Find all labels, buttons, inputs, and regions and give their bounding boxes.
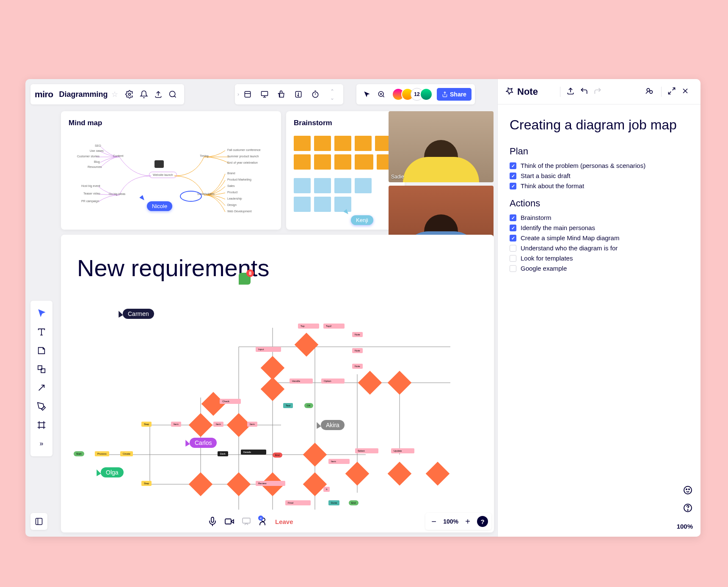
pen-tool[interactable] <box>33 398 50 415</box>
process-node[interactable]: End <box>349 500 358 505</box>
zoom-out-button[interactable]: − <box>429 516 439 527</box>
panel-toggle-icon[interactable] <box>30 513 47 530</box>
search-icon[interactable] <box>166 88 179 101</box>
sticky-note[interactable] <box>314 136 331 151</box>
checkbox-icon[interactable] <box>510 225 516 231</box>
process-node[interactable]: Process <box>95 451 109 456</box>
chat-icon[interactable] <box>683 485 693 495</box>
redo-icon[interactable] <box>593 87 604 97</box>
end-node[interactable]: End <box>273 453 282 458</box>
embed-icon[interactable] <box>292 88 305 101</box>
frame-tool[interactable] <box>33 417 50 433</box>
process-node[interactable]: Dark <box>218 451 228 456</box>
share-button[interactable]: Share <box>437 88 472 101</box>
sticky-note[interactable] <box>314 154 331 170</box>
checkbox-icon[interactable] <box>510 235 516 241</box>
process-node[interactable]: Update <box>391 448 414 453</box>
checklist-item[interactable]: Think of the problem (personas & scenari… <box>510 162 689 169</box>
sticky-note[interactable] <box>294 154 311 170</box>
help-icon[interactable] <box>683 503 693 513</box>
shape-tool[interactable] <box>33 361 50 378</box>
checklist-item[interactable]: Understand who the diagram is for <box>510 244 689 252</box>
bell-icon[interactable] <box>138 88 150 101</box>
process-node[interactable]: Item <box>213 422 223 427</box>
text-tool[interactable] <box>33 324 50 340</box>
process-node[interactable]: Step <box>141 422 152 427</box>
process-node[interactable]: Top2 <box>323 324 345 329</box>
sticky-note[interactable] <box>334 136 351 151</box>
sticky-note[interactable] <box>294 178 311 193</box>
checklist-item[interactable]: Look for templates <box>510 255 689 262</box>
checkbox-icon[interactable] <box>510 173 516 179</box>
sticky-note[interactable] <box>334 178 351 193</box>
process-node[interactable]: Item <box>247 422 257 427</box>
panel-zoom-value[interactable]: 100% <box>677 523 693 530</box>
comment-badge[interactable]: 8 <box>239 273 251 285</box>
undo-icon[interactable] <box>580 87 590 97</box>
expand-icon[interactable] <box>667 87 678 97</box>
process-node[interactable]: Note <box>352 364 363 369</box>
cursor-tool[interactable] <box>33 305 50 322</box>
pin-icon[interactable] <box>505 87 516 97</box>
board-name[interactable]: Diagramming <box>59 90 108 99</box>
checkbox-icon[interactable] <box>510 265 516 272</box>
card-brainstorm[interactable]: Brainstorm Kenji <box>286 111 405 230</box>
zoom-value[interactable]: 100% <box>443 518 458 525</box>
process-node[interactable]: Done <box>328 500 339 505</box>
close-icon[interactable] <box>681 87 691 97</box>
sticky-note[interactable] <box>314 197 331 212</box>
more-icon[interactable]: ⌃⌃ <box>326 88 339 101</box>
process-node[interactable]: Final <box>285 500 311 505</box>
process-node[interactable]: Top <box>298 324 319 329</box>
notes-body[interactable]: Creating a diagram job map Plan Think of… <box>498 104 700 287</box>
process-node[interactable]: Step <box>141 481 152 486</box>
process-node[interactable]: Teal <box>283 403 293 408</box>
checkbox-icon[interactable] <box>510 183 516 189</box>
screenshare-icon[interactable] <box>241 516 251 527</box>
process-node[interactable]: It <box>323 487 330 492</box>
note-doc-title[interactable]: Creating a diagram job map <box>510 116 689 133</box>
more-tools[interactable]: » <box>33 435 50 452</box>
checklist-item[interactable]: Think about the format <box>510 182 689 189</box>
process-node[interactable]: Create <box>120 451 133 456</box>
sticky-note[interactable] <box>294 136 311 151</box>
zoom-in-button[interactable]: + <box>463 516 473 527</box>
sticky-tool[interactable] <box>33 342 50 359</box>
checkbox-icon[interactable] <box>510 162 516 169</box>
help-button[interactable]: ? <box>477 516 488 527</box>
sticky-note[interactable] <box>294 197 311 212</box>
star-icon[interactable]: ☆ <box>111 90 118 99</box>
process-node[interactable]: Review <box>256 481 285 486</box>
checkbox-icon[interactable] <box>510 214 516 221</box>
leave-button[interactable]: Leave <box>275 518 293 525</box>
process-node[interactable]: OK <box>304 403 313 408</box>
process-node[interactable]: Note <box>352 332 363 337</box>
zoom-to-fit-icon[interactable] <box>375 88 388 101</box>
sticky-note[interactable] <box>314 178 331 193</box>
sticky-note[interactable] <box>355 136 372 151</box>
process-node[interactable]: Option <box>321 379 345 384</box>
card-mindmap[interactable]: Mind map Website launch Content SEO Use … <box>61 111 281 230</box>
export-icon[interactable] <box>152 88 165 101</box>
process-node[interactable]: Input <box>256 347 281 352</box>
process-node[interactable]: Note <box>352 348 363 353</box>
sticky-note[interactable] <box>334 154 351 170</box>
start-node[interactable]: Start <box>74 451 84 456</box>
microphone-icon[interactable] <box>207 516 218 527</box>
process-node[interactable]: Details <box>241 450 266 455</box>
settings-icon[interactable] <box>123 88 136 101</box>
collaborators-icon[interactable] <box>645 87 655 97</box>
avatar[interactable] <box>420 88 433 101</box>
present-icon[interactable] <box>258 88 271 101</box>
checklist-item[interactable]: Google example <box>510 265 689 272</box>
process-node[interactable]: Check <box>220 399 241 404</box>
process-node[interactable]: Item <box>171 422 181 427</box>
video-participant[interactable]: Sadie <box>389 111 494 182</box>
frames-list-icon[interactable] <box>241 88 254 101</box>
process-node[interactable]: Item <box>328 459 350 464</box>
export-icon[interactable] <box>566 87 576 97</box>
checklist-item[interactable]: Identify the main personas <box>510 224 689 231</box>
reactions-icon[interactable] <box>275 88 288 101</box>
card-flowchart[interactable]: New requirements <box>61 235 494 532</box>
checkbox-icon[interactable] <box>510 245 516 252</box>
